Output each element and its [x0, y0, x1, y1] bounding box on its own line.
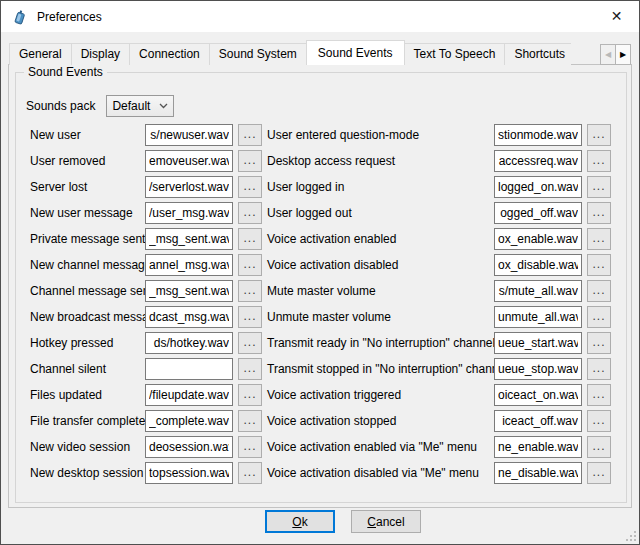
sound-event-label: Private message sent — [30, 228, 140, 250]
browse-button[interactable]: ... — [587, 228, 611, 250]
browse-button[interactable]: ... — [587, 410, 611, 432]
sound-file-input[interactable] — [494, 280, 582, 302]
sound-file-input[interactable] — [494, 358, 582, 380]
groupbox-title: Sound Events — [24, 65, 107, 79]
sound-file-input[interactable] — [494, 228, 582, 250]
sound-file-input[interactable] — [145, 306, 233, 328]
browse-button[interactable]: ... — [587, 176, 611, 198]
sound-file-input[interactable] — [145, 436, 233, 458]
tab-sound-system[interactable]: Sound System — [209, 43, 307, 65]
sound-event-label: User logged out — [267, 202, 489, 224]
sound-file-input[interactable] — [145, 228, 233, 250]
browse-button[interactable]: ... — [587, 202, 611, 224]
sound-file-input[interactable] — [494, 332, 582, 354]
cancel-button[interactable]: Cancel — [351, 510, 421, 533]
tab-sound-events[interactable]: Sound Events — [306, 40, 405, 65]
browse-button[interactable]: ... — [587, 306, 611, 328]
sound-file-input[interactable] — [145, 462, 233, 484]
browse-button[interactable]: ... — [238, 280, 262, 302]
browse-button[interactable]: ... — [587, 462, 611, 484]
browse-button[interactable]: ... — [238, 384, 262, 406]
sound-event-label: Mute master volume — [267, 280, 489, 302]
tab-display[interactable]: Display — [71, 43, 130, 65]
ok-button[interactable]: Ok — [265, 510, 335, 533]
sound-file-input[interactable] — [145, 202, 233, 224]
tab-bar: GeneralDisplayConnectionSound SystemSoun… — [9, 41, 631, 65]
browse-button[interactable]: ... — [238, 176, 262, 198]
sound-file-input[interactable] — [145, 358, 233, 380]
sound-events-groupbox: Sound Events Sounds pack Default New use… — [15, 72, 627, 503]
tab-shortcuts[interactable]: Shortcuts — [504, 43, 571, 65]
browse-button[interactable]: ... — [238, 462, 262, 484]
tab-scroll-left-icon[interactable]: ◀ — [600, 44, 616, 65]
sound-file-input[interactable] — [494, 436, 582, 458]
title-bar: Preferences ✕ — [1, 1, 639, 32]
sound-file-input[interactable] — [494, 202, 582, 224]
sound-event-label: Unmute master volume — [267, 306, 489, 328]
browse-button[interactable]: ... — [238, 306, 262, 328]
sound-file-input[interactable] — [145, 254, 233, 276]
browse-button[interactable]: ... — [238, 150, 262, 172]
tab-general[interactable]: General — [9, 43, 72, 65]
sound-event-label: User removed — [30, 150, 140, 172]
resize-grip-icon[interactable] — [625, 530, 636, 541]
sound-event-label: New video session — [30, 436, 140, 458]
sound-event-label: Desktop access request — [267, 150, 489, 172]
browse-button[interactable]: ... — [587, 124, 611, 146]
browse-button[interactable]: ... — [238, 228, 262, 250]
sound-file-input[interactable] — [494, 254, 582, 276]
sound-event-label: File transfer complete — [30, 410, 140, 432]
browse-button[interactable]: ... — [587, 332, 611, 354]
sound-event-label: Voice activation enabled via "Me" menu — [267, 436, 489, 458]
sound-file-input[interactable] — [494, 150, 582, 172]
browse-button[interactable]: ... — [587, 254, 611, 276]
sounds-pack-select[interactable]: Default — [106, 95, 174, 117]
tab-list: GeneralDisplayConnectionSound SystemSoun… — [9, 40, 571, 65]
tab-text-to-speech[interactable]: Text To Speech — [404, 43, 506, 65]
tab-scroller: ◀ ▶ — [601, 44, 631, 65]
sound-file-input[interactable] — [494, 462, 582, 484]
browse-button[interactable]: ... — [587, 280, 611, 302]
sound-event-label: User entered question-mode — [267, 124, 489, 146]
sound-event-label: User logged in — [267, 176, 489, 198]
sound-file-input[interactable] — [145, 410, 233, 432]
browse-button[interactable]: ... — [238, 436, 262, 458]
browse-button[interactable]: ... — [587, 436, 611, 458]
browse-button[interactable]: ... — [238, 202, 262, 224]
footer: Ok Cancel — [24, 510, 640, 533]
browse-button[interactable]: ... — [587, 150, 611, 172]
browse-button[interactable]: ... — [587, 384, 611, 406]
sound-event-label: Channel silent — [30, 358, 140, 380]
sound-file-input[interactable] — [494, 124, 582, 146]
sound-file-input[interactable] — [145, 124, 233, 146]
sound-event-label: New user — [30, 124, 140, 146]
sound-event-label: Transmit stopped in "No interruption" ch… — [267, 358, 489, 380]
app-icon — [12, 9, 28, 25]
browse-button[interactable]: ... — [238, 358, 262, 380]
sound-event-label: New channel message — [30, 254, 140, 276]
sound-file-input[interactable] — [494, 176, 582, 198]
sound-events-grid: New user ... User entered question-mode … — [30, 124, 611, 484]
sound-event-label: New broadcast message — [30, 306, 140, 328]
close-icon[interactable]: ✕ — [594, 1, 639, 31]
preferences-dialog: Preferences ✕ GeneralDisplayConnectionSo… — [0, 0, 640, 545]
browse-button[interactable]: ... — [238, 332, 262, 354]
sound-file-input[interactable] — [494, 410, 582, 432]
tab-scroll-right-icon[interactable]: ▶ — [615, 44, 631, 65]
sounds-pack-label: Sounds pack — [26, 95, 95, 117]
sound-file-input[interactable] — [145, 280, 233, 302]
sound-event-label: Hotkey pressed — [30, 332, 140, 354]
browse-button[interactable]: ... — [238, 254, 262, 276]
sound-event-label: Voice activation triggered — [267, 384, 489, 406]
sound-file-input[interactable] — [494, 306, 582, 328]
sound-file-input[interactable] — [145, 150, 233, 172]
sound-file-input[interactable] — [145, 332, 233, 354]
browse-button[interactable]: ... — [587, 358, 611, 380]
sound-file-input[interactable] — [145, 176, 233, 198]
browse-button[interactable]: ... — [238, 124, 262, 146]
sound-file-input[interactable] — [494, 384, 582, 406]
tab-connection[interactable]: Connection — [129, 43, 210, 65]
browse-button[interactable]: ... — [238, 410, 262, 432]
sound-file-input[interactable] — [145, 384, 233, 406]
sound-event-label: New user message — [30, 202, 140, 224]
